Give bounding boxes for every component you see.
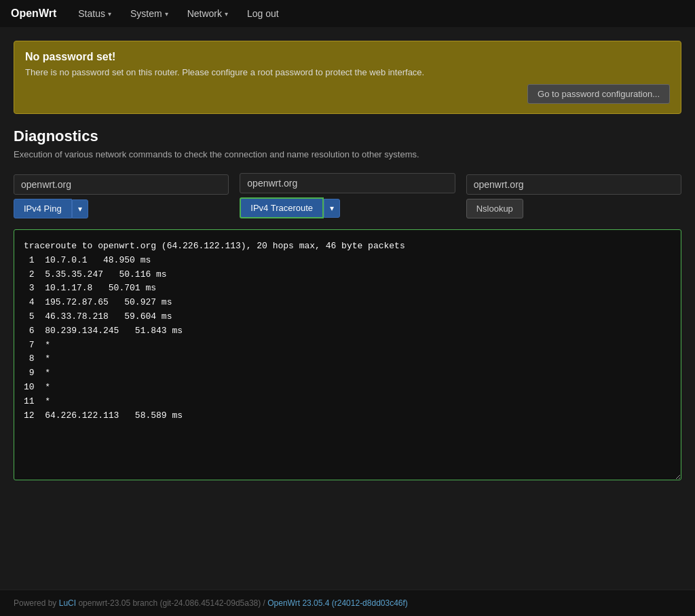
main-nav: OpenWrt Status ▾ System ▾ Network ▾ Log … — [0, 0, 695, 27]
warning-text: There is no password set on this router.… — [25, 67, 670, 77]
ipv4-ping-input[interactable] — [14, 174, 229, 195]
traceroute-btn-group: IPv4 Traceroute ▾ — [240, 197, 455, 218]
nslookup-input[interactable] — [466, 174, 681, 195]
traceroute-dropdown-button[interactable]: ▾ — [324, 199, 340, 218]
password-config-button[interactable]: Go to password configuration... — [527, 84, 670, 104]
status-dropdown-arrow: ▾ — [108, 10, 111, 18]
ipv4-ping-group: IPv4 Ping ▾ — [14, 174, 229, 218]
warning-banner: No password set! There is no password se… — [14, 41, 681, 114]
nslookup-button[interactable]: Nslookup — [466, 199, 523, 218]
warning-title: No password set! — [25, 51, 670, 63]
footer: Powered by LuCI openwrt-23.05 branch (gi… — [0, 590, 695, 616]
warning-actions: Go to password configuration... — [25, 84, 670, 104]
nav-system[interactable]: System ▾ — [122, 3, 176, 24]
traceroute-button[interactable]: IPv4 Traceroute — [240, 197, 324, 218]
nav-network[interactable]: Network ▾ — [179, 3, 236, 24]
diagnostics-form: IPv4 Ping ▾ IPv4 Traceroute ▾ Nslookup — [14, 173, 681, 218]
network-dropdown-arrow: ▾ — [225, 10, 228, 18]
system-dropdown-arrow: ▾ — [165, 10, 168, 18]
terminal-output: traceroute to openwrt.org (64.226.122.11… — [14, 229, 681, 480]
nav-status[interactable]: Status ▾ — [70, 3, 119, 24]
ipv4-ping-btn-group: IPv4 Ping ▾ — [14, 199, 229, 218]
nslookup-btn-group: Nslookup — [466, 199, 681, 218]
nav-logout[interactable]: Log out — [239, 3, 287, 24]
footer-openwrt-link[interactable]: OpenWrt 23.05.4 (r24012-d8dd03c46f) — [267, 598, 408, 608]
traceroute-input[interactable] — [240, 173, 455, 193]
page-title: Diagnostics — [14, 128, 681, 145]
main-content: No password set! There is no password se… — [0, 27, 695, 590]
footer-powered-by: Powered by — [14, 598, 59, 608]
nslookup-group: Nslookup — [466, 174, 681, 218]
footer-branch: openwrt-23.05 branch (git-24.086.45142-0… — [76, 598, 267, 608]
ipv4-ping-dropdown-button[interactable]: ▾ — [72, 199, 88, 218]
page-description: Execution of various network commands to… — [14, 149, 681, 159]
ipv4-ping-button[interactable]: IPv4 Ping — [14, 199, 72, 218]
traceroute-group: IPv4 Traceroute ▾ — [240, 173, 455, 218]
brand-logo: OpenWrt — [11, 7, 56, 20]
footer-luci-link[interactable]: LuCI — [59, 598, 76, 608]
